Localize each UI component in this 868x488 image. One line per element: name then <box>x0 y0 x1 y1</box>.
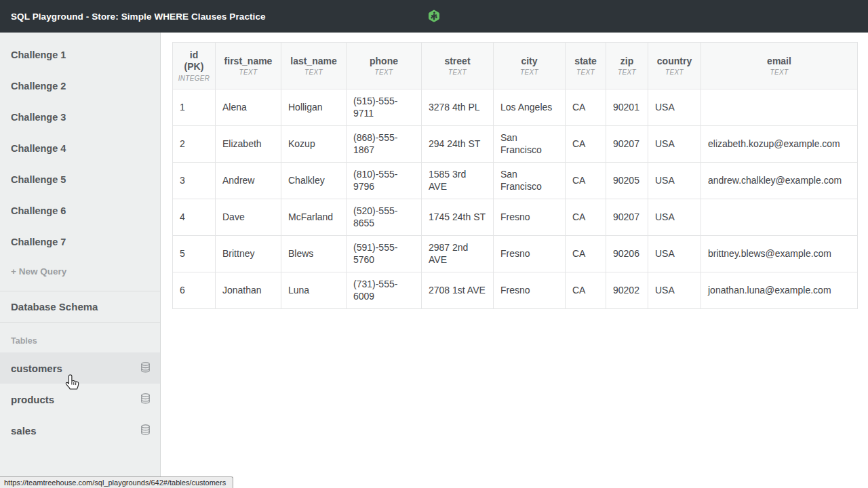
customers-data-table: id (PK)INTEGERfirst_nameTEXTlast_nameTEX… <box>172 42 858 309</box>
table-row: 3AndrewChalkley(810)-555-97961585 3rd AV… <box>173 163 858 199</box>
table-name-label: sales <box>11 425 37 436</box>
table-cell: 1745 24th ST <box>422 199 494 236</box>
table-cell: Luna <box>281 272 347 309</box>
table-name-label: products <box>11 394 54 405</box>
table-cell: Fresno <box>494 272 566 309</box>
table-row: 6JonathanLuna(731)-555-60092708 1st AVEF… <box>173 272 858 309</box>
table-cell: 90207 <box>606 199 648 236</box>
table-cell: (810)-555-9796 <box>347 163 422 199</box>
sidebar-item-challenge-6[interactable]: Challenge 6 <box>0 195 160 226</box>
sidebar-table-customers[interactable]: customers <box>0 352 160 384</box>
table-cell: 3278 4th PL <box>422 89 494 126</box>
database-icon <box>140 393 151 406</box>
table-cell: 2987 2nd AVE <box>422 236 494 272</box>
new-query-button[interactable]: + New Query <box>0 258 160 285</box>
table-cell: Elizabeth <box>216 126 281 163</box>
table-cell: Kozup <box>281 126 347 163</box>
column-header-city: cityTEXT <box>494 43 566 89</box>
sidebar-item-challenge-4[interactable]: Challenge 4 <box>0 133 160 164</box>
table-cell: USA <box>648 126 701 163</box>
sidebar-table-sales[interactable]: sales <box>0 415 160 446</box>
table-cell: 90201 <box>606 89 648 126</box>
column-header-email: emailTEXT <box>701 43 858 89</box>
table-cell: 4 <box>173 199 216 236</box>
main-layout: Challenge 1Challenge 2Challenge 3Challen… <box>0 33 868 488</box>
column-type: TEXT <box>349 68 418 76</box>
column-header-street: streetTEXT <box>422 43 494 89</box>
table-cell: CA <box>566 163 606 199</box>
table-cell: CA <box>566 199 606 236</box>
table-cell: Andrew <box>216 163 281 199</box>
table-cell: 294 24th ST <box>422 126 494 163</box>
column-name: state <box>568 56 603 67</box>
table-cell: Dave <box>216 199 281 236</box>
table-cell <box>701 199 858 236</box>
column-header-id-pk-: id (PK)INTEGER <box>173 43 216 89</box>
app-title: SQL Playground - Store: Simple WHERE Cla… <box>0 12 266 22</box>
table-cell: Los Angeles <box>494 89 566 126</box>
table-cell: (868)-555-1867 <box>347 126 422 163</box>
table-cell: Blews <box>281 236 347 272</box>
column-type: TEXT <box>496 68 562 76</box>
column-type: TEXT <box>609 68 645 76</box>
column-name: last_name <box>284 56 343 67</box>
table-row: 1AlenaHolligan(515)-555-97113278 4th PLL… <box>173 89 858 126</box>
table-cell: USA <box>648 272 701 309</box>
sidebar-divider <box>0 322 160 323</box>
url-status-bar: https://teamtreehouse.com/sql_playground… <box>0 476 233 488</box>
table-cell: 5 <box>173 236 216 272</box>
table-cell: CA <box>566 272 606 309</box>
column-type: INTEGER <box>176 75 212 82</box>
column-type: TEXT <box>568 68 603 76</box>
table-cell: 90206 <box>606 236 648 272</box>
column-name: country <box>651 56 698 67</box>
sidebar: Challenge 1Challenge 2Challenge 3Challen… <box>0 33 161 488</box>
tables-section-label: Tables <box>11 336 160 346</box>
table-cell <box>701 89 858 126</box>
column-header-first-name: first_nameTEXT <box>216 43 281 89</box>
column-type: TEXT <box>284 68 343 76</box>
table-row: 4DaveMcFarland(520)-555-86551745 24th ST… <box>173 199 858 236</box>
table-cell: elizabeth.kozup@example.com <box>701 126 858 163</box>
table-name-label: customers <box>11 363 62 374</box>
database-schema-header[interactable]: Database Schema <box>0 291 160 322</box>
table-cell: Holligan <box>281 89 347 126</box>
column-header-country: countryTEXT <box>648 43 701 89</box>
table-cell: (515)-555-9711 <box>347 89 422 126</box>
table-cell: San Francisco <box>494 163 566 199</box>
table-cell: andrew.chalkley@example.com <box>701 163 858 199</box>
table-cell: jonathan.luna@example.com <box>701 272 858 309</box>
table-cell: Alena <box>216 89 281 126</box>
table-cell: USA <box>648 163 701 199</box>
table-header-row: id (PK)INTEGERfirst_nameTEXTlast_nameTEX… <box>173 43 858 89</box>
column-name: first_name <box>218 56 278 67</box>
column-name: city <box>496 56 562 67</box>
column-type: TEXT <box>425 68 490 76</box>
table-cell: McFarland <box>281 199 347 236</box>
table-cell: 90207 <box>606 126 648 163</box>
sidebar-item-challenge-2[interactable]: Challenge 2 <box>0 70 160 102</box>
table-row: 5BrittneyBlews(591)-555-57602987 2nd AVE… <box>173 236 858 272</box>
sidebar-item-challenge-7[interactable]: Challenge 7 <box>0 226 160 258</box>
column-header-zip: zipTEXT <box>606 43 648 89</box>
sidebar-table-products[interactable]: products <box>0 384 160 415</box>
column-name: zip <box>609 56 645 67</box>
table-cell: 90205 <box>606 163 648 199</box>
sidebar-item-challenge-1[interactable]: Challenge 1 <box>0 39 160 70</box>
table-cell: USA <box>648 199 701 236</box>
table-cell: CA <box>566 236 606 272</box>
column-header-phone: phoneTEXT <box>347 43 422 89</box>
challenge-list: Challenge 1Challenge 2Challenge 3Challen… <box>0 33 160 258</box>
table-cell: USA <box>648 89 701 126</box>
sidebar-item-challenge-5[interactable]: Challenge 5 <box>0 164 160 195</box>
table-cell: Jonathan <box>216 272 281 309</box>
table-cell: (731)-555-6009 <box>347 272 422 309</box>
sidebar-item-challenge-3[interactable]: Challenge 3 <box>0 102 160 133</box>
table-cell: CA <box>566 126 606 163</box>
table-cell: Fresno <box>494 199 566 236</box>
table-cell: San Francisco <box>494 126 566 163</box>
table-cell: 1 <box>173 89 216 126</box>
table-cell: USA <box>648 236 701 272</box>
column-type: TEXT <box>704 68 854 76</box>
column-type: TEXT <box>651 68 698 76</box>
